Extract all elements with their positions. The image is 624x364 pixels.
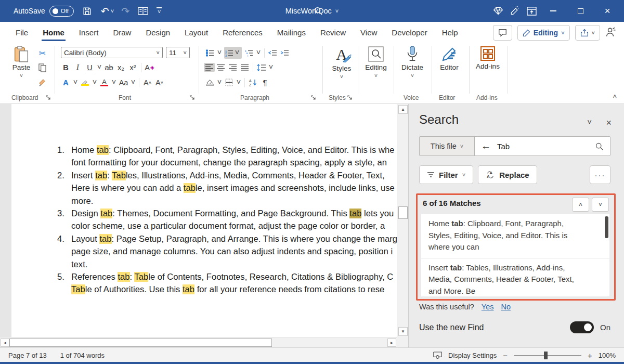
search-scope-dropdown[interactable]: This file ˅ <box>420 137 475 155</box>
tab-help[interactable]: Help <box>435 22 465 43</box>
font-color-button[interactable]: A <box>99 77 110 88</box>
tab-draw[interactable]: Draw <box>106 22 138 43</box>
collapse-ribbon-button[interactable]: ˄ <box>613 93 617 100</box>
highlight-dropdown[interactable]: ˅ <box>92 77 98 88</box>
autosave-toggle[interactable]: AutoSave Off <box>14 6 74 17</box>
font-dialog-launcher[interactable] <box>190 95 195 100</box>
editing-mode-button[interactable]: Editing ˅ <box>517 25 570 41</box>
text-effects-button[interactable]: A <box>60 77 71 88</box>
text-effects-dropdown[interactable]: ˅ <box>72 77 79 88</box>
highlight-color-button[interactable] <box>80 77 90 88</box>
display-settings-button[interactable]: Display Settings <box>448 352 497 359</box>
tab-design[interactable]: Design <box>138 22 177 43</box>
chevron-down-icon[interactable]: ˅ <box>335 8 339 14</box>
redo-icon[interactable]: ↷ <box>121 6 129 16</box>
tab-layout[interactable]: Layout <box>177 22 215 43</box>
scroll-right-button[interactable]: ► <box>387 339 396 347</box>
vertical-scrollbar[interactable]: ▲ ▼ <box>397 104 408 337</box>
document-title[interactable]: MiscWorkDoc <box>285 7 332 15</box>
tab-review[interactable]: Review <box>313 22 353 43</box>
line-spacing-button[interactable] <box>256 62 267 73</box>
change-case-dropdown[interactable]: ˅ <box>130 77 136 88</box>
bullets-dropdown[interactable]: ˅ <box>216 47 223 58</box>
styles-button[interactable]: A Styles ˅ <box>327 46 357 80</box>
clear-formatting-button[interactable]: A◈ <box>144 62 155 73</box>
add-ins-button[interactable]: Add-ins <box>472 46 503 71</box>
share-button[interactable]: ˅ <box>575 25 600 41</box>
reading-mode-icon[interactable] <box>137 5 149 17</box>
editing-button[interactable]: Editing ˅ <box>361 46 391 79</box>
search-result[interactable]: Home tab: Clipboard, Font, Paragraph, St… <box>421 214 609 258</box>
zoom-in-button[interactable]: + <box>588 351 592 360</box>
justify-button[interactable] <box>239 62 250 73</box>
increase-indent-button[interactable] <box>279 47 290 58</box>
zoom-slider-thumb[interactable] <box>544 352 548 359</box>
tab-home[interactable]: Home <box>35 22 72 43</box>
styles-dialog-launcher[interactable] <box>347 95 353 100</box>
tab-view[interactable]: View <box>353 22 384 43</box>
superscript-button[interactable]: x² <box>127 62 138 73</box>
paste-button[interactable]: Paste ˅ <box>9 46 33 79</box>
more-options-button[interactable]: ··· <box>590 165 610 184</box>
clipboard-dialog-launcher[interactable] <box>46 95 51 100</box>
previous-match-button[interactable]: ˄ <box>572 198 589 212</box>
paragraph-dialog-launcher[interactable] <box>311 95 316 100</box>
tab-mailings[interactable]: Mailings <box>270 22 313 43</box>
quick-access-menu-icon[interactable]: ˅ <box>157 7 162 14</box>
page-indicator[interactable]: Page 7 of 13 <box>8 352 47 359</box>
underline-button[interactable]: U <box>84 62 95 73</box>
numbering-button[interactable]: 123 ˅ <box>224 47 242 59</box>
search-icon[interactable] <box>312 5 324 17</box>
font-color-dropdown[interactable]: ˅ <box>111 77 117 88</box>
zoom-out-button[interactable]: − <box>503 351 508 360</box>
bold-button[interactable]: B <box>60 62 71 73</box>
document-page[interactable]: 1.Home tab: Clipboard, Font, Paragraph, … <box>11 104 397 337</box>
feedback-yes-link[interactable]: Yes <box>482 303 494 311</box>
tab-developer[interactable]: Developer <box>384 22 434 43</box>
copy-button[interactable] <box>37 62 48 73</box>
new-find-toggle[interactable] <box>570 321 594 333</box>
horizontal-scroll-thumb[interactable] <box>9 339 272 347</box>
tab-references[interactable]: References <box>215 22 270 43</box>
pane-chevron-button[interactable]: ˅ <box>587 118 592 126</box>
search-icon[interactable] <box>595 142 604 151</box>
align-center-button[interactable] <box>215 62 226 73</box>
zoom-level[interactable]: 100% <box>599 352 616 359</box>
scroll-down-button[interactable]: ▼ <box>398 327 408 336</box>
ribbon-display-options-icon[interactable] <box>525 5 538 17</box>
multilevel-list-button[interactable]: 1ai <box>243 47 254 58</box>
shading-dropdown[interactable]: ˅ <box>216 77 223 88</box>
font-name-combo[interactable]: Calibri (Body)˅ <box>61 47 163 58</box>
search-result[interactable]: Insert tab: Tables, Illustrations, Add-i… <box>421 258 609 297</box>
align-left-button[interactable] <box>204 63 215 72</box>
decrease-indent-button[interactable] <box>267 47 278 58</box>
dictate-button[interactable]: Dictate ˅ <box>397 46 427 79</box>
italic-button[interactable]: I <box>72 62 83 73</box>
cut-button[interactable]: ✂ <box>37 48 48 59</box>
multilevel-dropdown[interactable]: ˅ <box>255 47 262 58</box>
zoom-slider[interactable] <box>514 355 581 356</box>
bullets-button[interactable] <box>204 47 215 58</box>
presence-person-icon[interactable] <box>605 27 616 39</box>
ink-pen-icon[interactable] <box>509 5 521 17</box>
subscript-button[interactable]: x₂ <box>115 62 126 73</box>
save-icon[interactable] <box>81 5 94 17</box>
borders-dropdown[interactable]: ˅ <box>236 77 242 88</box>
filter-button[interactable]: Filter ˅ <box>419 165 473 184</box>
scroll-left-button[interactable]: ◄ <box>1 339 9 347</box>
close-button[interactable]: × <box>596 0 619 22</box>
horizontal-scrollbar[interactable]: ◄ ► <box>0 337 397 347</box>
show-hide-pilcrow-button[interactable]: ¶ <box>259 77 270 88</box>
next-match-button[interactable]: ˅ <box>592 198 609 212</box>
tab-file[interactable]: File <box>8 22 35 43</box>
word-count[interactable]: 1 of 704 words <box>60 352 105 359</box>
vertical-scroll-thumb[interactable] <box>398 206 408 219</box>
underline-dropdown[interactable]: ˅ <box>96 62 102 73</box>
borders-button[interactable] <box>224 77 235 88</box>
font-size-combo[interactable]: 11˅ <box>166 47 190 58</box>
format-painter-button[interactable] <box>37 77 48 88</box>
strikethrough-button[interactable]: ab <box>103 62 114 73</box>
align-right-button[interactable] <box>227 62 238 73</box>
editor-button[interactable]: Editor <box>435 46 464 72</box>
undo-button[interactable]: ↶ ˅ <box>101 6 114 16</box>
